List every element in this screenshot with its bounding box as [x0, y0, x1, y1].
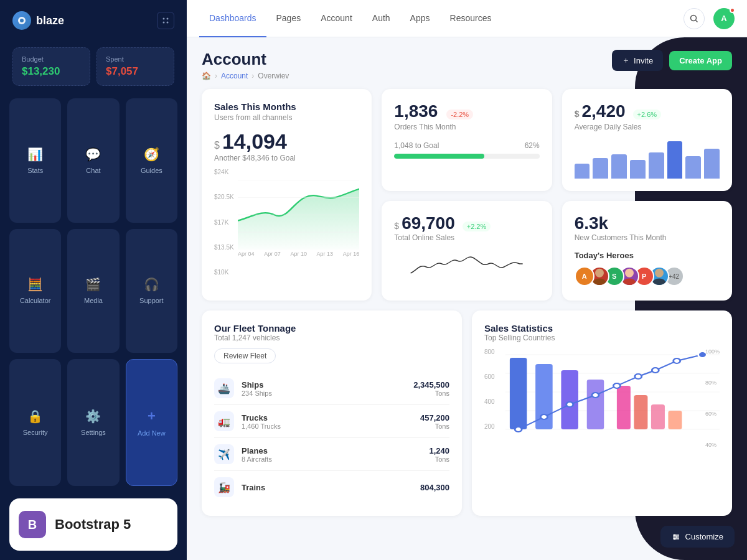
- spent-card: Spent $7,057: [96, 47, 174, 86]
- svg-point-15: [622, 279, 636, 287]
- heroes-section: Today's Heroes A S P: [575, 251, 720, 286]
- fleet-title: Our Fleet Tonnage: [214, 323, 449, 334]
- trucks-info: Trucks 1,460 Trucks: [242, 413, 281, 430]
- add-new-icon: +: [148, 408, 156, 424]
- sales-month-goal: Another $48,346 to Goal: [214, 154, 359, 162]
- stats-grid: 1,836 -2.2% Orders This Month 1,048 to G…: [202, 89, 732, 301]
- sy-400: 400: [484, 398, 502, 405]
- bar-5: [649, 152, 664, 179]
- hero-avatars: A S P +42: [575, 266, 720, 286]
- search-button[interactable]: [684, 8, 705, 29]
- sales-month-value: 14,094: [222, 129, 287, 154]
- tab-pages[interactable]: Pages: [266, 0, 311, 37]
- bootstrap-icon: B: [19, 511, 46, 538]
- sales-chart-inner: 100% 80% 60% 40%: [505, 348, 720, 460]
- y-label-205k: $20.5K: [214, 194, 234, 200]
- page-header: Account 🏠 › Account › Overwiev ＋ Invite …: [202, 50, 732, 80]
- trucks-count: 1,460 Trucks: [242, 422, 281, 430]
- svg-rect-28: [634, 395, 647, 429]
- svg-point-14: [625, 269, 634, 278]
- planes-num: 1,240: [429, 446, 449, 455]
- new-customers-label: New Customers This Month: [575, 233, 720, 242]
- review-fleet-button[interactable]: Review Fleet: [214, 348, 276, 363]
- breadcrumb-account[interactable]: Account: [221, 72, 248, 80]
- calculator-icon: 🧮: [27, 277, 43, 292]
- user-avatar[interactable]: A: [713, 8, 735, 29]
- tab-auth[interactable]: Auth: [362, 0, 400, 37]
- settings-icon: ⚙️: [85, 409, 101, 424]
- budget-cards: Budget $13,230 Spent $7,057: [0, 41, 187, 98]
- svg-point-4: [163, 22, 165, 24]
- create-app-button[interactable]: Create App: [669, 51, 732, 70]
- menu-icon[interactable]: [157, 12, 174, 29]
- svg-rect-23: [510, 358, 527, 429]
- content-inner: Account 🏠 › Account › Overwiev ＋ Invite …: [202, 50, 732, 516]
- trucks-num: 457,200: [420, 413, 449, 422]
- bar-4: [630, 160, 646, 179]
- svg-point-38: [674, 358, 680, 363]
- planes-amount: 1,240 Tons: [429, 446, 449, 463]
- fleet-item-ships: 🚢 Ships 234 Ships 2,345,500 Tons: [214, 372, 449, 405]
- svg-point-34: [592, 393, 599, 398]
- sidebar-item-stats[interactable]: 📊 Stats: [9, 98, 61, 223]
- sidebar-item-guides[interactable]: 🧭 Guides: [126, 98, 177, 223]
- planes-info: Planes 8 Aircrafts: [242, 446, 272, 463]
- tab-resources[interactable]: Resources: [440, 0, 502, 37]
- breadcrumb-home-icon: 🏠: [202, 72, 211, 80]
- breadcrumb: 🏠 › Account › Overwiev: [202, 72, 289, 80]
- svg-point-45: [674, 538, 675, 539]
- security-icon: 🔒: [27, 409, 43, 424]
- sales-month-number: $ 14,094: [214, 129, 359, 154]
- planes-count: 8 Aircrafts: [242, 455, 272, 463]
- customize-button[interactable]: Customize: [660, 526, 735, 548]
- ships-num: 2,345,500: [413, 380, 449, 390]
- content-area: Account 🏠 › Account › Overwiev ＋ Invite …: [187, 37, 747, 560]
- orders-progress-fill: [394, 154, 484, 159]
- topnav: Dashboards Pages Account Auth Apps Resou…: [187, 0, 747, 37]
- security-label: Security: [23, 429, 48, 436]
- avatar-initials: A: [721, 14, 726, 23]
- y-label-10k: $10K: [214, 269, 234, 276]
- daily-sales-card: $ 2,420 +2.6% Average Daily Sales: [562, 89, 732, 191]
- pct-40: 40%: [705, 442, 720, 448]
- svg-point-33: [566, 402, 573, 407]
- daily-sales-chart: [575, 141, 720, 179]
- orders-goal-pct: 62%: [525, 141, 540, 150]
- online-sales-change: +2.2%: [463, 222, 491, 231]
- bottom-row: Our Fleet Tonnage Total 1,247 vehicles R…: [202, 310, 732, 516]
- x-label-0: Apr 04: [238, 251, 255, 257]
- x-label-2: Apr 10: [290, 251, 307, 257]
- sidebar: blaze Budget $13,230 Spent $7,057 📊 Stat…: [0, 0, 187, 560]
- svg-point-37: [652, 368, 659, 373]
- x-label-1: Apr 07: [264, 251, 281, 257]
- sidebar-item-support[interactable]: 🎧 Support: [126, 229, 177, 353]
- online-sales-prefix: $: [394, 221, 399, 231]
- stats-icon: 📊: [27, 147, 43, 162]
- bar-1: [575, 164, 590, 179]
- app-name: blaze: [36, 14, 64, 27]
- sy-800: 800: [484, 348, 502, 355]
- sidebar-item-security[interactable]: 🔒 Security: [9, 359, 61, 486]
- invite-plus-icon: ＋: [622, 55, 630, 66]
- media-label: Media: [84, 297, 103, 304]
- invite-button[interactable]: ＋ Invite: [612, 50, 663, 71]
- tab-apps[interactable]: Apps: [400, 0, 440, 37]
- support-label: Support: [139, 297, 164, 304]
- sy-200: 200: [484, 423, 502, 430]
- orders-value: 1,836: [394, 101, 438, 121]
- sidebar-item-media[interactable]: 🎬 Media: [67, 229, 119, 353]
- sidebar-item-chat[interactable]: 💬 Chat: [67, 98, 119, 223]
- trains-num: 804,300: [420, 483, 449, 492]
- sidebar-item-calculator[interactable]: 🧮 Calculator: [9, 229, 61, 353]
- chart-canvas: Apr 04 Apr 07 Apr 10 Apr 13 Apr 16: [238, 169, 359, 288]
- tab-dashboards[interactable]: Dashboards: [199, 0, 266, 37]
- svg-point-6: [691, 15, 697, 21]
- sidebar-item-settings[interactable]: ⚙️ Settings: [67, 359, 119, 486]
- daily-sales-prefix: $: [575, 109, 580, 119]
- budget-label: Budget: [22, 55, 81, 63]
- tab-account[interactable]: Account: [311, 0, 362, 37]
- svg-point-2: [163, 18, 165, 20]
- media-icon: 🎬: [85, 277, 101, 292]
- y-label-135k: $13.5K: [214, 244, 234, 251]
- sidebar-item-add-new[interactable]: + Add New: [126, 359, 177, 486]
